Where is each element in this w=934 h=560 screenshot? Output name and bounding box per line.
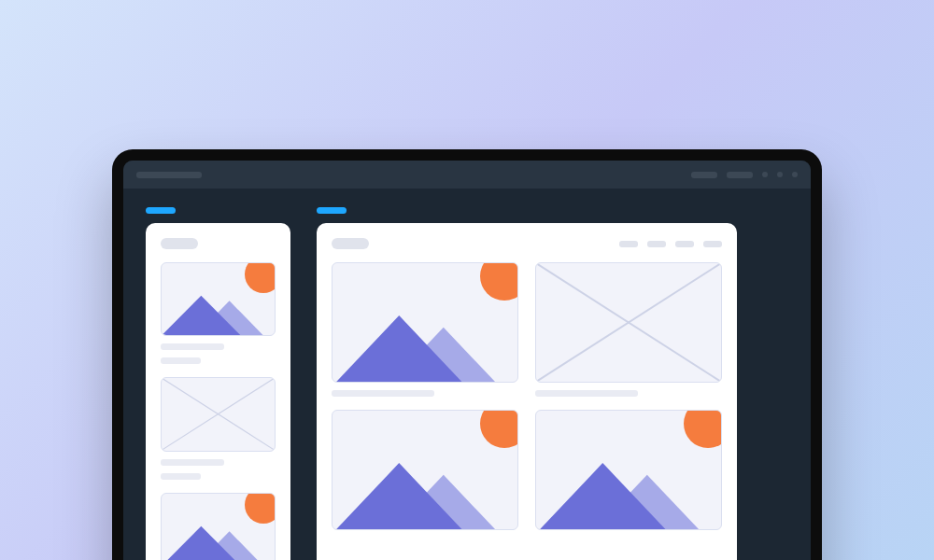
panel-title-placeholder [161,238,198,249]
gallery-card[interactable] [161,262,276,364]
sun-icon [245,262,276,293]
mobile-panel-group [146,207,290,560]
panel-title-placeholder [332,238,369,249]
mobile-preview-panel [146,223,290,560]
nav-item-placeholder[interactable] [619,241,638,247]
caption-line [332,390,434,397]
mountains-icon [333,458,517,529]
desktop-panel-group [317,207,737,560]
panel-header [332,238,722,249]
panel-tab-handle[interactable] [317,207,347,214]
window-control-dot[interactable] [762,172,768,177]
gallery-card[interactable] [535,262,722,397]
gallery-card[interactable] [161,493,276,560]
panel-tab-handle[interactable] [146,207,176,214]
mountains-icon [333,311,517,382]
caption-line [161,343,224,350]
gallery-card[interactable] [161,377,276,479]
workspace [123,189,811,560]
image-thumbnail [332,410,518,530]
image-thumbnail [161,262,276,336]
window-control-dot[interactable] [777,172,783,177]
toolbar-title-placeholder [136,172,202,178]
sun-icon [684,410,722,448]
nav-item-placeholder[interactable] [647,241,666,247]
laptop-frame [112,149,822,560]
sun-icon [480,410,518,448]
caption-line [161,473,201,480]
caption-line [535,390,638,397]
nav-item-placeholder[interactable] [703,241,722,247]
gallery-card[interactable] [332,262,518,397]
desktop-preview-panel [317,223,737,560]
window-control-dot[interactable] [792,172,798,177]
mountains-icon [536,458,721,529]
gallery-card[interactable] [535,410,722,530]
mountains-icon [162,523,275,560]
nav-item-placeholder[interactable] [675,241,694,247]
wireframe-thumbnail [535,262,722,383]
image-thumbnail [332,262,518,383]
panel-header [161,238,276,249]
image-thumbnail [161,493,276,560]
sun-icon [480,262,518,301]
toolbar-action-placeholder[interactable] [727,172,753,178]
image-thumbnail [535,410,722,530]
wireframe-thumbnail [161,377,276,451]
caption-line [161,459,224,466]
sun-icon [245,493,276,524]
mountains-icon [162,292,275,335]
panel-nav [619,241,722,247]
app-toolbar [123,161,811,189]
app-screen [123,161,811,560]
caption-line [161,357,201,364]
toolbar-action-placeholder[interactable] [691,172,717,178]
gallery-card[interactable] [332,410,518,530]
